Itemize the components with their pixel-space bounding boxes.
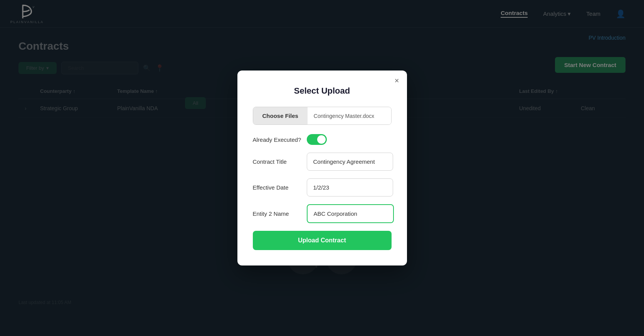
effective-date-row: Effective Date (253, 178, 392, 197)
choose-files-button[interactable]: Choose Files (253, 107, 308, 124)
toggle-knob (317, 135, 326, 144)
modal-title: Select Upload (253, 86, 392, 96)
contract-title-label: Contract Title (253, 158, 307, 165)
modal-overlay: × Select Upload Choose Files Contingency… (0, 0, 644, 336)
already-executed-row: Already Executed? (253, 134, 392, 145)
contract-title-row: Contract Title (253, 153, 392, 171)
entity-name-label: Entity 2 Name (253, 210, 307, 217)
file-name-display: Contingency Master.docx (308, 107, 391, 124)
already-executed-label: Already Executed? (253, 136, 307, 143)
already-executed-toggle[interactable] (307, 134, 327, 145)
effective-date-label: Effective Date (253, 184, 307, 191)
file-input-area: Choose Files Contingency Master.docx (253, 107, 392, 125)
entity-name-input[interactable] (307, 204, 394, 223)
effective-date-input[interactable] (307, 178, 393, 197)
entity-name-row: Entity 2 Name (253, 204, 392, 223)
upload-contract-button[interactable]: Upload Contract (253, 231, 392, 250)
modal-close-button[interactable]: × (395, 77, 399, 84)
contract-title-input[interactable] (307, 153, 393, 171)
modal-dialog: × Select Upload Choose Files Contingency… (237, 71, 407, 265)
